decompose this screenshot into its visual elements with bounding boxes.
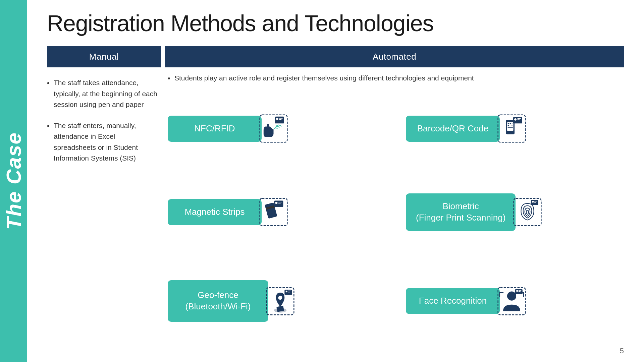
fingerprint-icon — [512, 197, 542, 227]
tech-label-face: Face Recognition — [406, 288, 500, 314]
manual-list: The staff takes attendance, typically, a… — [47, 77, 158, 164]
tech-grid: NFC/RFID — [168, 92, 624, 343]
svg-rect-1 — [275, 117, 284, 123]
svg-rect-29 — [534, 201, 537, 202]
header-manual: Manual — [47, 46, 161, 67]
tech-item-geofence: Geo-fence (Bluetooth/Wi-Fi) — [168, 259, 386, 343]
svg-rect-38 — [288, 292, 290, 292]
magnetic-icon — [258, 197, 288, 227]
tech-item-face: Face Recognition — [406, 259, 624, 343]
sidebar-label: The Case — [2, 132, 25, 230]
svg-rect-47 — [518, 290, 521, 291]
svg-rect-48 — [518, 291, 520, 292]
tech-label-biometric: Biometric (Finger Print Scanning) — [406, 193, 516, 231]
tech-label-nfc: NFC/RFID — [168, 116, 262, 142]
face-icon — [496, 286, 527, 316]
list-item: The staff takes attendance, typically, a… — [47, 77, 158, 110]
automated-column: Students play an active role and registe… — [168, 74, 624, 343]
page-number: 5 — [47, 343, 624, 355]
svg-rect-30 — [534, 202, 536, 203]
svg-point-16 — [514, 118, 517, 121]
list-item: The staff enters, manually, attendance i… — [47, 120, 158, 164]
svg-point-36 — [285, 291, 287, 292]
table-container: Manual Automated The staff takes attenda… — [47, 46, 624, 343]
tech-item-magnetic: Magnetic Strips — [168, 172, 386, 252]
nfc-icon — [258, 114, 288, 144]
tech-item-nfc: NFC/RFID — [168, 92, 386, 165]
tech-label-geofence: Geo-fence (Bluetooth/Wi-Fi) — [168, 280, 268, 322]
svg-point-28 — [532, 201, 534, 203]
svg-point-23 — [275, 202, 277, 204]
tech-label-magnetic: Magnetic Strips — [168, 199, 262, 225]
svg-rect-3 — [279, 118, 282, 119]
tech-item-barcode: Barcode/QR Code — [406, 92, 624, 165]
svg-rect-22 — [274, 201, 283, 207]
svg-point-40 — [507, 291, 516, 300]
header-automated: Automated — [165, 46, 624, 67]
svg-rect-13 — [511, 125, 513, 126]
svg-rect-4 — [279, 119, 281, 120]
svg-point-46 — [516, 290, 518, 292]
svg-rect-24 — [278, 202, 281, 202]
table-body: The staff takes attendance, typically, a… — [47, 74, 624, 343]
svg-rect-37 — [288, 291, 291, 291]
svg-rect-14 — [507, 128, 513, 128]
automated-intro: Students play an active role and registe… — [168, 74, 624, 82]
svg-point-32 — [278, 296, 282, 300]
table-header: Manual Automated — [47, 46, 624, 67]
manual-column: The staff takes attendance, typically, a… — [47, 74, 161, 343]
svg-rect-25 — [278, 203, 280, 204]
geofence-icon — [265, 286, 295, 316]
svg-rect-8 — [507, 123, 509, 124]
tech-item-biometric: Biometric (Finger Print Scanning) — [406, 172, 624, 252]
svg-rect-15 — [513, 117, 522, 124]
page-title: Registration Methods and Technologies — [47, 10, 624, 36]
tech-label-barcode: Barcode/QR Code — [406, 116, 500, 142]
svg-rect-35 — [284, 290, 292, 295]
barcode-icon — [496, 114, 527, 144]
svg-rect-12 — [509, 125, 510, 126]
svg-rect-9 — [509, 123, 511, 124]
sidebar: The Case — [0, 0, 27, 362]
svg-rect-18 — [517, 120, 520, 120]
svg-rect-10 — [512, 123, 513, 124]
main-content: Registration Methods and Technologies Ma… — [27, 0, 644, 362]
svg-rect-11 — [507, 125, 509, 126]
svg-rect-17 — [517, 118, 521, 119]
svg-point-2 — [276, 118, 278, 120]
